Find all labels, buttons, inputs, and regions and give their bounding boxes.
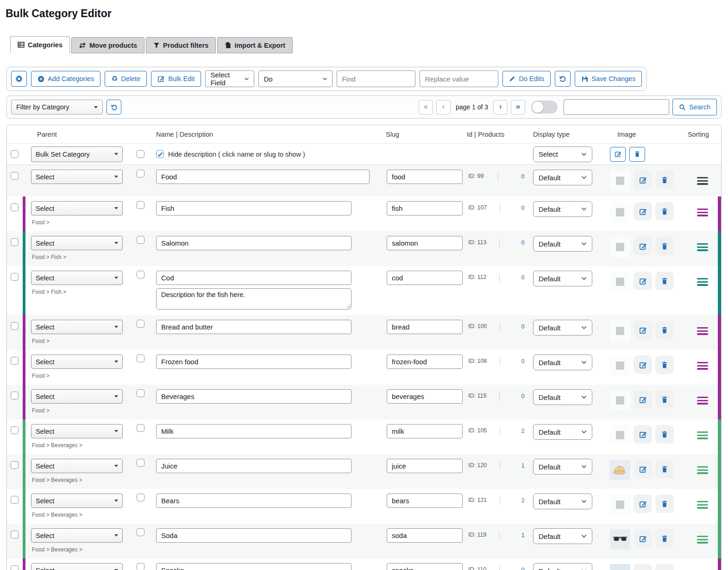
- slug-input[interactable]: [387, 563, 463, 570]
- bulk-image-edit-button[interactable]: [610, 147, 626, 162]
- display-type-dropdown[interactable]: Default: [533, 201, 592, 217]
- row-checkbox[interactable]: [11, 461, 19, 469]
- drag-sort-handle-icon[interactable]: [697, 177, 708, 186]
- slug-input[interactable]: [387, 170, 463, 184]
- row-image-edit-button[interactable]: [634, 494, 652, 513]
- name-input[interactable]: [156, 236, 351, 250]
- drag-sort-handle-icon[interactable]: [697, 397, 708, 406]
- name-checkbox[interactable]: [137, 494, 144, 501]
- slug-input[interactable]: [387, 494, 463, 508]
- name-checkbox[interactable]: [137, 459, 144, 467]
- slug-input[interactable]: [387, 424, 463, 438]
- name-checkbox[interactable]: [137, 170, 144, 177]
- display-type-dropdown[interactable]: Default: [533, 236, 592, 252]
- prev-page-button[interactable]: ‹: [436, 100, 451, 114]
- display-type-dropdown[interactable]: Default: [533, 355, 592, 370]
- row-image-edit-button[interactable]: [634, 202, 652, 221]
- display-type-dropdown[interactable]: Default: [533, 320, 592, 336]
- slug-input[interactable]: [387, 389, 463, 404]
- parent-select[interactable]: Select: [31, 271, 123, 285]
- slug-input[interactable]: [387, 271, 463, 285]
- parent-select[interactable]: Select: [31, 459, 123, 473]
- drag-sort-handle-icon[interactable]: [697, 278, 708, 287]
- row-delete-button[interactable]: [655, 425, 674, 443]
- bulk-name-checkbox[interactable]: [137, 150, 144, 158]
- row-checkbox[interactable]: [11, 426, 19, 434]
- bulk-row-checkbox[interactable]: [11, 150, 19, 158]
- parent-select[interactable]: Select: [31, 170, 123, 184]
- name-input[interactable]: [156, 494, 351, 508]
- first-page-button[interactable]: «: [419, 100, 433, 114]
- parent-select[interactable]: Select: [31, 424, 123, 438]
- row-image-edit-button[interactable]: [634, 355, 652, 374]
- drag-sort-handle-icon[interactable]: [697, 327, 708, 336]
- replace-value-input[interactable]: [420, 70, 498, 87]
- bulk-set-category-dropdown[interactable]: Bulk Set Category: [31, 146, 123, 162]
- products-count-link[interactable]: 0: [513, 323, 533, 330]
- name-input[interactable]: [156, 459, 351, 473]
- slug-input[interactable]: [387, 236, 463, 250]
- display-type-dropdown[interactable]: Default: [533, 563, 592, 570]
- drag-sort-handle-icon[interactable]: [697, 431, 708, 441]
- add-categories-button[interactable]: Add Categories: [31, 71, 100, 87]
- products-count-link[interactable]: 0: [513, 393, 533, 399]
- last-page-button[interactable]: »: [511, 100, 525, 114]
- products-count-link[interactable]: 0: [513, 566, 533, 570]
- name-input[interactable]: [156, 528, 351, 543]
- slug-input[interactable]: [387, 528, 463, 543]
- reset-filter-button[interactable]: [107, 100, 121, 114]
- row-checkbox[interactable]: [11, 322, 19, 330]
- tab-import-export[interactable]: Import & Export: [217, 37, 293, 53]
- bulk-image-delete-button[interactable]: [629, 147, 645, 162]
- name-checkbox[interactable]: [137, 271, 144, 279]
- slug-input[interactable]: [387, 320, 463, 334]
- name-input[interactable]: [156, 355, 351, 369]
- row-delete-button[interactable]: [655, 321, 674, 339]
- name-checkbox[interactable]: [137, 320, 144, 328]
- name-checkbox[interactable]: [137, 201, 144, 209]
- row-image-edit-button[interactable]: [634, 460, 652, 478]
- row-delete-button[interactable]: [655, 494, 674, 513]
- name-checkbox[interactable]: [137, 563, 144, 570]
- row-image-edit-button[interactable]: [634, 321, 652, 339]
- row-image-edit-button[interactable]: [634, 425, 652, 443]
- drag-sort-handle-icon[interactable]: [697, 243, 708, 253]
- row-checkbox[interactable]: [11, 496, 19, 504]
- display-type-dropdown[interactable]: Default: [533, 459, 592, 475]
- name-input[interactable]: [156, 170, 370, 184]
- row-delete-button[interactable]: [655, 460, 674, 478]
- tab-product-filters[interactable]: Product filters: [146, 37, 216, 53]
- select-field-dropdown[interactable]: Select Field: [205, 70, 254, 87]
- products-count-link[interactable]: 1: [513, 462, 533, 469]
- row-image-edit-button[interactable]: [634, 529, 652, 548]
- name-input[interactable]: [156, 271, 351, 285]
- products-count-link[interactable]: 2: [513, 427, 533, 434]
- bulk-display-type-dropdown[interactable]: Select: [533, 146, 592, 162]
- name-input[interactable]: [156, 201, 351, 215]
- parent-select[interactable]: Select: [31, 389, 123, 404]
- name-input[interactable]: [156, 563, 351, 570]
- find-input[interactable]: [337, 70, 415, 87]
- display-type-dropdown[interactable]: Default: [533, 389, 592, 405]
- name-checkbox[interactable]: [137, 528, 144, 536]
- search-button[interactable]: Search: [672, 99, 717, 115]
- name-input[interactable]: [156, 424, 351, 438]
- products-count-link[interactable]: 0: [513, 358, 533, 365]
- do-dropdown[interactable]: Do: [258, 70, 333, 87]
- row-checkbox[interactable]: [11, 357, 19, 365]
- parent-select[interactable]: Select: [31, 563, 123, 570]
- parent-select[interactable]: Select: [31, 355, 123, 369]
- name-checkbox[interactable]: [137, 236, 144, 244]
- row-delete-button[interactable]: [655, 237, 674, 255]
- next-page-button[interactable]: ›: [493, 100, 508, 114]
- display-type-dropdown[interactable]: Default: [533, 528, 592, 544]
- row-checkbox[interactable]: [11, 238, 19, 246]
- slug-input[interactable]: [387, 201, 463, 215]
- parent-select[interactable]: Select: [31, 528, 123, 543]
- parent-select[interactable]: Select: [31, 320, 123, 334]
- row-checkbox[interactable]: [11, 392, 19, 399]
- row-checkbox[interactable]: [11, 531, 19, 538]
- display-type-dropdown[interactable]: Default: [533, 170, 592, 185]
- row-image-edit-button[interactable]: [634, 390, 652, 409]
- drag-sort-handle-icon[interactable]: [697, 501, 708, 510]
